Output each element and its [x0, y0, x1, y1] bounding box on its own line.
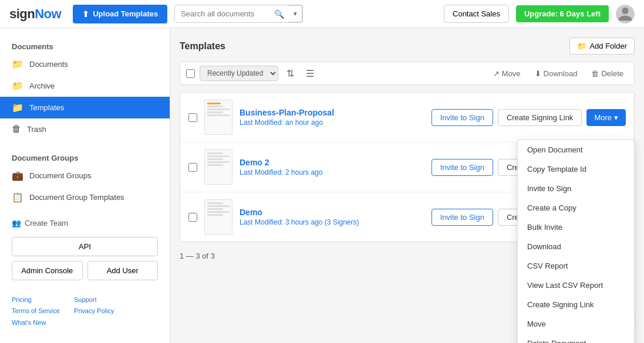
doc-actions-1: Invite to Sign Create Signing Link More … [431, 109, 626, 126]
add-user-button[interactable]: Add User [87, 261, 159, 280]
pricing-link[interactable]: Pricing [12, 294, 60, 306]
menu-item-create-a-copy[interactable]: Create a Copy [518, 198, 634, 218]
folder-icon: 📁 [12, 102, 23, 113]
delete-action[interactable]: 🗑 Delete [586, 67, 628, 80]
doc-meta-3: Last Modified: 3 hours ago (3 Signers) [240, 218, 424, 226]
doc-name-3[interactable]: Demo [240, 208, 424, 217]
invite-to-sign-button-3[interactable]: Invite to Sign [431, 209, 493, 226]
delete-label: Delete [601, 69, 623, 78]
main-header: Templates 📁 Add Folder [180, 38, 635, 55]
menu-item-open-document[interactable]: Open Document [518, 140, 634, 159]
upload-templates-button[interactable]: ⬆ Upload Templates [73, 5, 167, 23]
sidebar-item-label: Archive [29, 81, 55, 90]
more-button-1[interactable]: More ▾ [586, 109, 626, 126]
sidebar-item-label: Templates [29, 103, 64, 112]
contact-sales-button[interactable]: Contact Sales [444, 5, 509, 23]
main-content: Templates 📁 Add Folder Recently Updated … [170, 28, 644, 343]
sidebar-item-label: Document Group Templates [29, 193, 124, 202]
menu-item-download[interactable]: Download [518, 237, 634, 256]
search-input[interactable] [175, 5, 269, 22]
chevron-down-icon: ▾ [614, 113, 618, 122]
move-action[interactable]: ↗ Move [488, 67, 525, 80]
invite-to-sign-button-2[interactable]: Invite to Sign [431, 159, 493, 176]
sort-select[interactable]: Recently Updated [200, 66, 278, 81]
meta-suffix: (3 Signers) [325, 218, 359, 226]
invite-to-sign-button-1[interactable]: Invite to Sign [431, 109, 493, 126]
doc-info-3: Demo Last Modified: 3 hours ago (3 Signe… [240, 208, 424, 226]
doc-meta-2: Last Modified: 2 hours ago [240, 168, 424, 176]
sidebar-item-document-group-templates[interactable]: 📋 Document Group Templates [0, 186, 170, 208]
layout: Documents 📁 Documents 📁 Archive 📁 Templa… [0, 28, 644, 343]
add-folder-button[interactable]: 📁 Add Folder [569, 38, 635, 55]
sidebar-item-archive[interactable]: 📁 Archive [0, 75, 170, 97]
sidebar-item-trash[interactable]: 🗑 Trash [0, 118, 170, 140]
terms-link[interactable]: Terms of Service [12, 305, 60, 317]
team-icon: 👥 [12, 219, 21, 227]
sidebar-item-document-groups[interactable]: 💼 Document Groups [0, 165, 170, 186]
doc-checkbox-1[interactable] [188, 113, 197, 122]
user-icon [617, 6, 633, 22]
avatar[interactable] [616, 5, 635, 23]
search-icon-button[interactable]: 🔍 [269, 9, 289, 19]
doc-info-2: Demo 2 Last Modified: 2 hours ago [240, 158, 424, 176]
sidebar-item-label: Documents [29, 60, 68, 69]
meta-prefix: Last Modified: [240, 168, 284, 176]
sidebar: Documents 📁 Documents 📁 Archive 📁 Templa… [0, 28, 170, 343]
doc-checkbox-3[interactable] [188, 213, 197, 222]
select-all-checkbox[interactable] [186, 69, 195, 78]
meta-time: 3 hours ago [285, 218, 322, 226]
meta-time: 2 hours ago [285, 168, 322, 176]
admin-console-button[interactable]: Admin Console [12, 261, 83, 280]
folder-add-icon: 📁 [577, 42, 586, 50]
menu-item-bulk-invite[interactable]: Bulk Invite [518, 218, 634, 237]
menu-item-delete-document[interactable]: Delete Document [518, 334, 634, 343]
folder-icon: 📁 [12, 80, 23, 91]
whats-new-link[interactable]: What's New [12, 317, 60, 329]
doc-name-1[interactable]: Business-Plan-Proposal [240, 108, 424, 117]
move-icon: ↗ [493, 69, 500, 78]
download-action[interactable]: ⬇ Download [530, 67, 582, 80]
menu-item-move[interactable]: Move [518, 314, 634, 334]
folder-icon: 📁 [12, 59, 23, 70]
toolbar-actions: ↗ Move ⬇ Download 🗑 Delete [488, 67, 628, 80]
menu-item-view-last-csv-report[interactable]: View Last CSV Report [518, 276, 634, 295]
menu-item-copy-template-id[interactable]: Copy Template Id [518, 159, 634, 179]
doc-name-2[interactable]: Demo 2 [240, 158, 424, 167]
upgrade-button[interactable]: Upgrade: 6 Days Left [516, 5, 609, 22]
add-folder-label: Add Folder [589, 42, 627, 50]
page-title: Templates [180, 41, 225, 52]
logo-now: Now [35, 6, 61, 21]
sidebar-item-templates[interactable]: 📁 Templates [0, 97, 170, 118]
toolbar: Recently Updated ⇅ ☰ ↗ Move ⬇ Download 🗑… [180, 62, 635, 85]
view-toggle-button[interactable]: ☰ [302, 67, 318, 80]
create-signing-link-button-1[interactable]: Create Signing Link [498, 109, 582, 126]
menu-item-csv-report[interactable]: CSV Report [518, 256, 634, 276]
trash-icon: 🗑 [12, 124, 21, 134]
menu-item-create-signing-link[interactable]: Create Signing Link [518, 295, 634, 314]
upload-icon: ⬆ [82, 9, 89, 19]
groups-section-title: Document Groups [0, 149, 170, 165]
more-dropdown-menu: Open Document Copy Template Id Invite to… [517, 140, 635, 343]
logo: signNow [9, 6, 61, 22]
menu-item-invite-to-sign[interactable]: Invite to Sign [518, 179, 634, 198]
doc-thumbnail-2 [204, 150, 232, 185]
sidebar-item-label: Trash [27, 125, 46, 134]
download-label: Download [544, 69, 578, 78]
table-row: Business-Plan-Proposal Last Modified: an… [180, 93, 634, 142]
header: signNow ⬆ Upload Templates 🔍 ▾ Contact S… [0, 0, 644, 28]
support-link[interactable]: Support [74, 294, 114, 306]
sidebar-item-documents[interactable]: 📁 Documents [0, 53, 170, 75]
create-team-link[interactable]: 👥 Create Team [12, 219, 158, 227]
doc-checkbox-2[interactable] [188, 163, 197, 172]
sort-direction-button[interactable]: ⇅ [283, 67, 298, 80]
doc-meta-1: Last Modified: an hour ago [240, 118, 424, 127]
clipboard-icon: 📋 [12, 192, 23, 203]
meta-time: an hour ago [285, 118, 323, 127]
more-label: More [594, 113, 612, 122]
privacy-link[interactable]: Privacy Policy [74, 305, 114, 317]
api-button[interactable]: API [12, 237, 158, 256]
search-wrapper: 🔍 ▾ [174, 5, 302, 23]
create-team-label: Create Team [25, 219, 68, 227]
logo-sign: sign [9, 6, 35, 21]
search-dropdown-button[interactable]: ▾ [289, 5, 302, 22]
